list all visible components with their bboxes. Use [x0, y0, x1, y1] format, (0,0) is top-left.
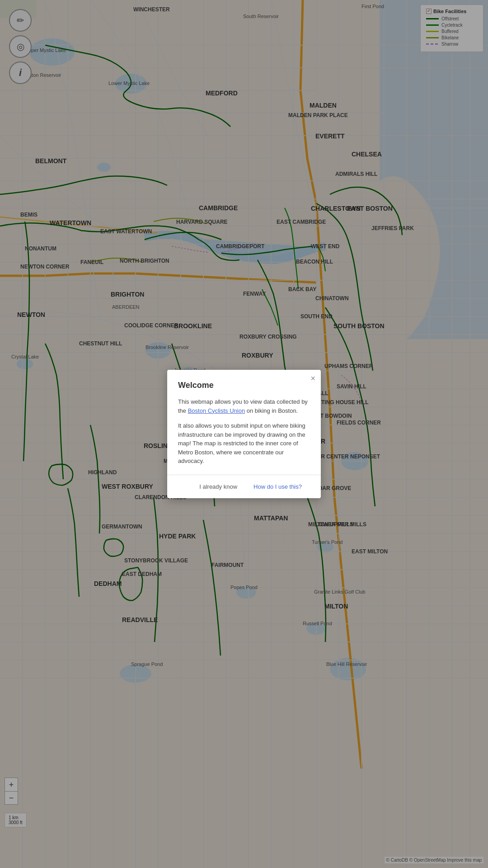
- modal-paragraph-1: This webmap allows you to view data coll…: [178, 397, 310, 415]
- modal-title: Welcome: [178, 381, 310, 390]
- modal-paragraph-2: It also allows you to submit input on wh…: [178, 421, 310, 466]
- modal-text-post: on biking in Boston.: [245, 407, 298, 414]
- welcome-modal: × Welcome This webmap allows you to view…: [167, 370, 321, 498]
- modal-footer: I already know How do I use this?: [178, 475, 310, 498]
- modal-link-bcu[interactable]: Boston Cyclists Union: [188, 407, 245, 414]
- modal-overlay[interactable]: × Welcome This webmap allows you to view…: [0, 0, 488, 868]
- how-to-use-button[interactable]: How do I use this?: [245, 480, 310, 494]
- modal-body: This webmap allows you to view data coll…: [178, 397, 310, 466]
- modal-close-button[interactable]: ×: [310, 374, 315, 382]
- already-know-button[interactable]: I already know: [191, 480, 245, 494]
